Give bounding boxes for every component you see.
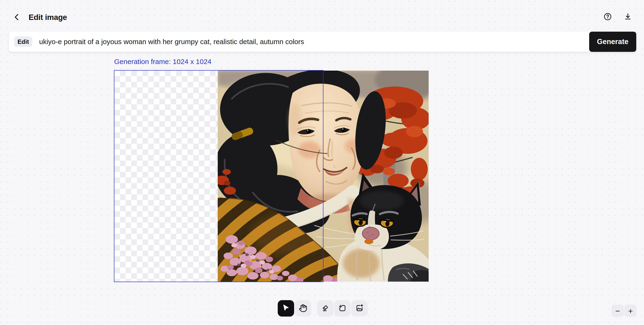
add-frame-tool-button[interactable]	[334, 300, 350, 316]
help-circle-icon	[604, 13, 612, 22]
edit-image-screen: Edit image Edit ukiyo-e portrait of a jo…	[0, 0, 644, 325]
hand-icon	[299, 304, 307, 313]
download-button[interactable]	[624, 13, 632, 21]
add-frame-icon	[338, 304, 346, 313]
help-button[interactable]	[603, 13, 612, 21]
generate-button[interactable]: Generate	[589, 32, 636, 52]
plus-icon: +	[628, 307, 633, 315]
eraser-tool-button[interactable]	[317, 300, 334, 316]
download-icon	[624, 13, 632, 22]
zoom-out-button[interactable]: −	[612, 304, 624, 317]
add-image-tool-button[interactable]	[351, 300, 368, 316]
eraser-icon	[321, 304, 330, 313]
hand-tool-button[interactable]	[295, 300, 311, 316]
generation-frame-label: Generation frame: 1024 x 1024	[114, 58, 212, 66]
chevron-left-icon	[13, 13, 21, 22]
minus-icon: −	[616, 307, 620, 315]
zoom-in-button[interactable]: +	[624, 304, 637, 317]
prompt-input[interactable]: ukiyo-e portrait of a joyous woman with …	[39, 38, 636, 46]
cursor-icon	[282, 304, 290, 313]
prompt-bar: Edit ukiyo-e portrait of a joyous woman …	[9, 32, 636, 52]
add-image-icon	[355, 304, 364, 313]
page-title: Edit image	[28, 13, 67, 22]
back-button[interactable]	[12, 13, 22, 22]
select-tool-button[interactable]	[278, 300, 294, 316]
generation-frame[interactable]	[114, 70, 324, 282]
mode-badge: Edit	[14, 37, 32, 47]
